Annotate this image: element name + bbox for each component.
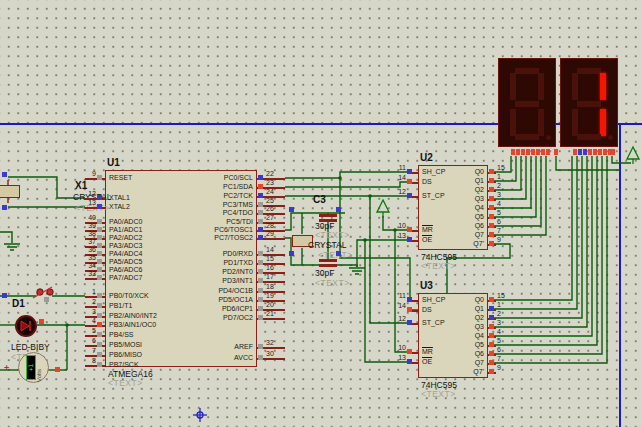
component-placeholder: <TEXT> [315,278,350,288]
pin-stub[interactable] [85,207,105,209]
pin-state-indicator [489,232,494,237]
seven-segment-display-disp1[interactable] [498,58,556,147]
pin-number: 26 [266,205,280,213]
pin-number: 15 [497,292,511,300]
pin-label: PC2/TCK [163,192,253,200]
pin-label: PA1/ADC1 [109,226,142,234]
display-pin-indicator [511,149,515,155]
pin-number: 4 [497,328,511,336]
pin-label: PD6/ICP1 [163,305,253,313]
pin-state-indicator [258,227,263,232]
pin-label: PC3/TMS [163,201,253,209]
pin-state-indicator [258,260,263,265]
ground-symbol[interactable] [349,268,365,274]
pin-state-indicator [97,275,102,280]
display-pin-indicator [536,149,540,155]
pin-state-indicator [489,324,494,329]
pin-state-indicator [2,205,7,210]
pin-number: 1 [497,301,511,309]
pin-number: 4 [85,317,96,325]
wire[interactable] [395,230,411,352]
pin-number: 10 [392,222,406,230]
pin-state-indicator [489,187,494,192]
pin-state-indicator [55,367,60,372]
pin-number: 2 [497,310,511,318]
pin-number: 7 [85,347,96,355]
pin-state-indicator [258,315,263,320]
pin-label: PB7/SCK [109,361,139,369]
pin-state-indicator [97,219,102,224]
pin-label: XTAL1 [109,194,130,202]
pin-number: 13 [392,232,406,240]
wire[interactable] [285,182,411,187]
power-terminal-icon[interactable] [627,147,639,164]
pin-label: PA4/ADC4 [109,250,142,258]
wire[interactable] [345,265,357,267]
display-common-pin-indicator [554,149,558,155]
pin-number: 36 [85,246,96,254]
pin-stub[interactable] [85,365,105,367]
component-value: CRYSTAL [308,240,346,250]
component-value: 30pF [315,268,334,278]
pin-state-indicator [258,184,263,189]
pin-label: Q7 [424,231,484,239]
pin-state-indicator [258,278,263,283]
seven-segment-display-disp2[interactable] [560,58,618,147]
capacitor-plate[interactable] [319,264,337,267]
pin-state-indicator [489,297,494,302]
pin-label: Q1 [424,305,484,313]
ground-symbol[interactable] [4,244,20,250]
pin-number: 12 [392,188,406,196]
display-pin-indicator [526,149,530,155]
pin-state-indicator [97,332,102,337]
pin-label: PB5/MOSI [109,341,142,349]
pin-label: Q4 [424,332,484,340]
pin-number: 5 [85,327,96,335]
power-terminal-icon[interactable] [377,200,389,218]
pin-state-indicator [336,251,341,256]
pin-state-indicator [258,251,263,256]
pin-state-indicator [97,243,102,248]
pin-label: PA6/ADC6 [109,266,142,274]
pin-state-indicator [489,333,494,338]
pin-stub[interactable] [85,278,105,280]
display-pin-indicator [583,149,587,155]
pin-state-indicator [258,235,263,240]
schematic-canvas[interactable]: X1 CRYSTAL <TEXT> C3 30pF <TEXT> CRYSTAL… [0,0,642,427]
pin-state-indicator [407,359,412,364]
pin-stub[interactable] [85,178,105,180]
pin-label: PB6/MISO [109,351,142,359]
pin-state-indicator [258,297,263,302]
pin-label: Q4 [424,204,484,212]
pin-number: 28 [266,222,280,230]
crystal-x1[interactable] [0,185,20,198]
push-switch[interactable] [33,287,53,302]
pin-label: PC0/SCL [163,174,253,182]
pin-state-indicator [489,306,494,311]
capacitor-plate[interactable] [319,259,337,262]
wire[interactable] [556,156,620,170]
pin-label: Q0 [424,168,484,176]
pin-state-indicator [258,355,263,360]
pin-state-indicator [97,259,102,264]
pin-label: Q7' [424,368,484,376]
pin-label: PC4/TDO [163,209,253,217]
pin-label: PC1/SDA [163,183,253,191]
led-symbol-icon [17,317,35,335]
capacitor-plate[interactable] [319,214,337,217]
pin-state-indicator [489,351,494,356]
pin-number: 13 [85,199,96,207]
pin-label: Q1 [424,177,484,185]
pin-label: XTAL2 [109,203,130,211]
segment-b [600,73,606,100]
pin-state-indicator [97,251,102,256]
pin-state-indicator [336,207,341,212]
pin-label: PA5/ADC5 [109,258,142,266]
pin-number: 30 [266,350,280,358]
pin-state-indicator [489,241,494,246]
pin-state-indicator [97,362,102,367]
display-pin-indicator [516,149,520,155]
wire[interactable] [0,232,12,243]
led-d1[interactable] [15,315,37,337]
pin-number: 33 [85,270,96,278]
